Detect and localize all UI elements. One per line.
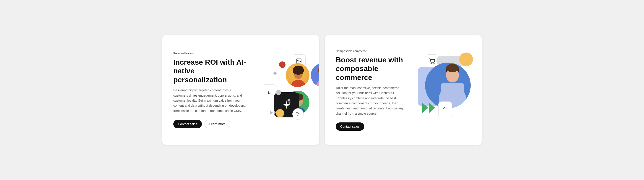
svg-point-9 bbox=[316, 80, 319, 87]
card1-illustration: a bbox=[256, 49, 308, 131]
card-personalization: Personalization Increase ROI with AI-nat… bbox=[162, 35, 319, 145]
card1-tag: Personalization bbox=[173, 52, 246, 55]
svg-point-7 bbox=[298, 67, 304, 74]
card2-content: Composable commerce Boost revenue with c… bbox=[336, 49, 409, 131]
card2-illustration bbox=[418, 49, 471, 131]
card1-cursor-icon bbox=[292, 108, 304, 120]
svg-point-17 bbox=[434, 63, 434, 64]
card1-content: Personalization Increase ROI with AI-nat… bbox=[173, 52, 246, 128]
svg-point-1 bbox=[297, 60, 298, 61]
card-commerce: Composable commerce Boost revenue with c… bbox=[325, 35, 482, 145]
card2-description: Tailor the most cohesive, flexible ecomm… bbox=[336, 85, 409, 116]
card1-yellow-dot bbox=[276, 109, 284, 117]
cards-container: Personalization Increase ROI with AI-nat… bbox=[162, 35, 482, 145]
card2-chevron2 bbox=[429, 103, 435, 113]
svg-point-29 bbox=[446, 64, 459, 72]
card1-description: Delivering highly targeted content to yo… bbox=[173, 88, 246, 113]
svg-point-16 bbox=[431, 63, 431, 64]
svg-point-4 bbox=[291, 80, 306, 87]
card1-actions: Contact sales Learn more bbox=[173, 120, 246, 128]
card1-diamond1 bbox=[273, 71, 277, 75]
card1-avatar2 bbox=[310, 63, 319, 88]
card1-title: Increase ROI with AI-native personalizat… bbox=[173, 58, 246, 84]
card2-yellow-dot bbox=[459, 53, 473, 66]
card1-gray-dot bbox=[276, 90, 281, 95]
svg-point-6 bbox=[293, 67, 298, 74]
card2-actions: Contact sales bbox=[336, 122, 409, 131]
card1-learn-more-button[interactable]: Learn more bbox=[204, 120, 230, 128]
card2-green-chevrons bbox=[422, 103, 435, 113]
card1-avatar1 bbox=[285, 63, 310, 88]
card1-contact-sales-button[interactable]: Contact sales bbox=[173, 120, 202, 128]
card2-contact-sales-button[interactable]: Contact sales bbox=[336, 122, 364, 131]
card2-chevron1 bbox=[422, 103, 428, 113]
card2-title: Boost revenue with composable commerce bbox=[336, 56, 409, 82]
card1-play-arrows bbox=[270, 111, 276, 115]
card2-tag: Composable commerce bbox=[336, 49, 409, 53]
card1-red-dot bbox=[279, 61, 286, 68]
card2-arrow-box bbox=[438, 101, 452, 117]
